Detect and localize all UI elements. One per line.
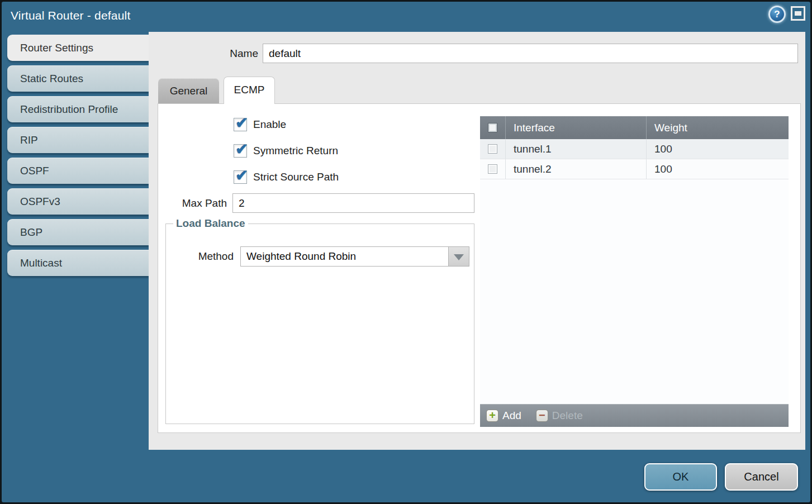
chevron-down-icon	[454, 254, 464, 260]
table-empty-area	[480, 179, 789, 404]
sidebar-item-multicast[interactable]: Multicast	[7, 250, 149, 276]
row-checkbox[interactable]	[488, 164, 497, 174]
header-checkbox-cell	[480, 116, 505, 139]
add-button-label: Add	[502, 410, 521, 422]
delete-button-label: Delete	[552, 410, 583, 422]
row-checkbox-cell	[480, 159, 505, 179]
delete-button[interactable]: − Delete	[536, 410, 583, 422]
sidebar-item-router-settings[interactable]: Router Settings	[7, 35, 149, 61]
symmetric-return-checkbox[interactable]: ✔	[234, 144, 247, 158]
enable-checkbox[interactable]: ✔	[234, 118, 247, 131]
interface-table: Interface Weight tunnel.1 100 tunnel.2 1…	[480, 116, 789, 427]
interface-column-header[interactable]: Interface	[505, 116, 646, 139]
sidebar: Router Settings Static Routes Redistribu…	[7, 35, 149, 280]
name-label: Name	[149, 44, 258, 63]
weight-column-header[interactable]: Weight	[646, 116, 789, 139]
strict-source-path-checkbox-row: ✔ Strict Source Path	[234, 170, 339, 184]
dialog-title: Virtual Router - default	[11, 9, 131, 22]
help-icon[interactable]: ?	[768, 6, 786, 23]
virtual-router-dialog: Virtual Router - default ? Router Settin…	[2, 2, 810, 502]
enable-label: Enable	[253, 118, 286, 131]
select-all-checkbox[interactable]	[488, 123, 497, 132]
weight-cell: 100	[646, 159, 789, 179]
sidebar-item-ospf[interactable]: OSPF	[7, 158, 149, 184]
interface-cell: tunnel.1	[505, 139, 646, 159]
ok-button[interactable]: OK	[644, 463, 717, 491]
plus-icon: +	[486, 410, 498, 422]
sidebar-item-ospfv3[interactable]: OSPFv3	[7, 188, 149, 215]
content-area: Name General ECMP ✔ Enable ✔ Symmetric R…	[149, 32, 805, 450]
minus-icon: −	[536, 410, 548, 422]
symmetric-return-label: Symmetric Return	[253, 145, 338, 157]
weight-cell: 100	[646, 139, 789, 159]
cancel-button[interactable]: Cancel	[725, 463, 798, 491]
method-dropdown-button[interactable]	[448, 247, 469, 266]
interface-cell: tunnel.2	[505, 159, 646, 179]
symmetric-return-checkbox-row: ✔ Symmetric Return	[234, 144, 338, 158]
table-row-tunnel1[interactable]: tunnel.1 100	[480, 139, 789, 159]
check-icon: ✔	[235, 167, 248, 184]
name-input[interactable]	[263, 44, 798, 63]
add-button[interactable]: + Add	[486, 410, 521, 422]
strict-source-path-checkbox[interactable]: ✔	[234, 170, 247, 184]
tab-ecmp[interactable]: ECMP	[224, 77, 275, 104]
title-bar: Virtual Router - default ?	[2, 2, 810, 32]
max-path-label: Max Path	[158, 193, 227, 213]
method-dropdown[interactable]: Weighted Round Robin	[240, 246, 469, 267]
window-restore-icon-inner	[795, 11, 801, 16]
sidebar-item-redistribution-profile[interactable]: Redistribution Profile	[7, 96, 149, 122]
check-icon: ✔	[235, 140, 248, 158]
sidebar-item-rip[interactable]: RIP	[7, 127, 149, 153]
row-checkbox[interactable]	[488, 144, 497, 154]
strict-source-path-label: Strict Source Path	[253, 171, 339, 183]
ecmp-tab-panel: ✔ Enable ✔ Symmetric Return ✔ Strict Sou…	[158, 103, 801, 433]
sidebar-item-static-routes[interactable]: Static Routes	[7, 65, 149, 92]
method-dropdown-value: Weighted Round Robin	[246, 247, 356, 266]
method-label: Method	[166, 246, 234, 267]
table-header-row: Interface Weight	[480, 116, 789, 139]
row-checkbox-cell	[480, 139, 505, 159]
window-restore-icon[interactable]	[791, 6, 805, 21]
table-row-tunnel2[interactable]: tunnel.2 100	[480, 159, 789, 179]
load-balance-legend: Load Balance	[173, 217, 248, 230]
load-balance-group: Load Balance Method Weighted Round Robin	[165, 217, 474, 424]
check-icon: ✔	[235, 114, 248, 132]
table-footer: + Add − Delete	[480, 404, 789, 427]
enable-checkbox-row: ✔ Enable	[234, 117, 286, 132]
max-path-input[interactable]	[232, 193, 474, 213]
tab-general[interactable]: General	[158, 78, 219, 103]
sidebar-item-bgp[interactable]: BGP	[7, 219, 149, 245]
